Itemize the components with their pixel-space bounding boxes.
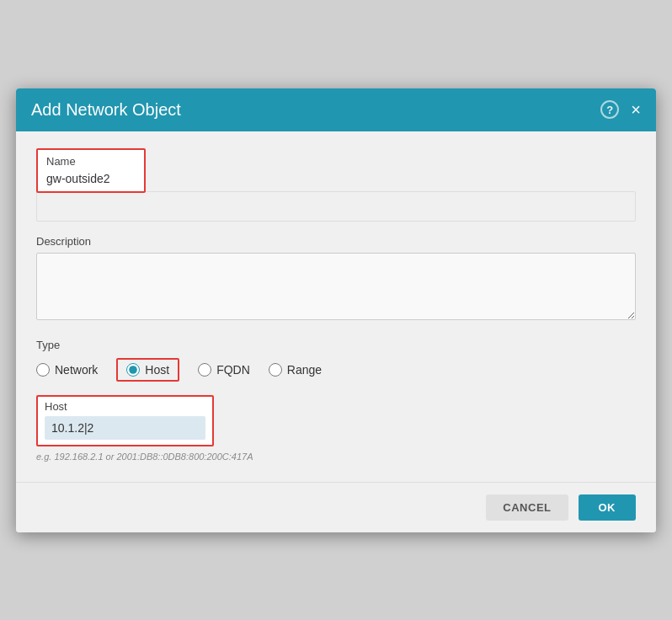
host-label: Host [45,400,205,413]
host-hint: e.g. 192.168.2.1 or 2001:DB8::0DB8:800:2… [36,452,636,462]
radio-host-label: Host [145,363,169,377]
radio-network[interactable]: Network [36,363,98,377]
radio-host-highlighted[interactable]: Host [116,358,179,382]
radio-network-input[interactable] [36,363,50,377]
close-icon[interactable]: × [631,101,641,118]
dialog-title: Add Network Object [31,100,181,120]
type-label: Type [36,339,636,351]
radio-network-label: Network [55,363,98,377]
radio-range-label: Range [287,363,322,377]
radio-host-input[interactable] [126,363,140,377]
name-value: gw-outside2 [46,172,110,185]
name-field-highlighted: Name gw-outside2 [36,148,146,193]
cancel-button[interactable]: CANCEL [486,494,568,521]
dialog-body: Name gw-outside2 Description Type Networ… [16,131,656,482]
dialog-header: Add Network Object ? × [16,88,656,131]
type-section: Type Network Host FQDN Range [36,339,636,382]
ok-button[interactable]: OK [579,494,637,521]
radio-fqdn-label: FQDN [216,363,250,377]
header-actions: ? × [600,100,641,119]
description-label: Description [36,235,636,248]
dialog-footer: CANCEL OK [16,482,656,532]
add-network-object-dialog: Add Network Object ? × Name gw-outside2 … [16,88,656,532]
host-section: Host e.g. 192.168.2.1 or 2001:DB8::0DB8:… [36,395,636,462]
radio-range-input[interactable] [269,363,282,377]
name-input-background[interactable] [36,191,636,222]
radio-fqdn[interactable]: FQDN [198,363,250,377]
radio-range[interactable]: Range [269,363,322,377]
description-section: Description [36,235,636,323]
description-input[interactable] [36,253,636,320]
radio-fqdn-input[interactable] [198,363,211,377]
type-radio-group: Network Host FQDN Range [36,358,636,382]
host-input[interactable] [45,416,205,440]
name-label: Name [46,155,136,168]
host-field-highlighted: Host [36,395,214,446]
help-icon[interactable]: ? [600,100,619,119]
